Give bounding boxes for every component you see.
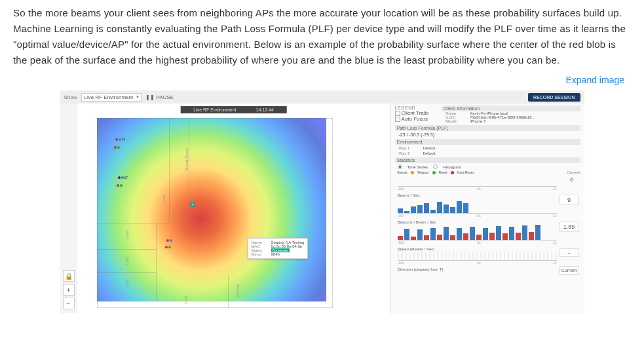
ap-marker[interactable]: [117, 182, 127, 189]
timeseries-radio[interactable]: [398, 165, 402, 169]
histogram-radio[interactable]: [433, 165, 438, 169]
ev-teleport: Teleport: [417, 170, 429, 174]
top-toolbar: Show Live RF Environment ❚❚ PAUSE RECORD…: [60, 90, 584, 104]
auto-focus-label: Auto Focus: [402, 116, 428, 122]
zoom-out-button[interactable]: −: [63, 298, 75, 309]
probability-heatmap: [97, 118, 326, 301]
speed-current: --: [559, 248, 579, 257]
auto-focus-checkbox[interactable]: [395, 117, 400, 122]
beams-current: 9: [559, 195, 579, 205]
histogram-label: Histogram: [443, 165, 461, 169]
environment-dropdown[interactable]: Live RF Environment: [81, 93, 142, 102]
beams-chart: Beams / Sec -10s-5s1s 9: [395, 193, 580, 218]
client-trails-label: Client Trails: [402, 110, 429, 116]
ev-hardreset: Hard Reset: [457, 170, 474, 174]
client-tooltip: NameStaging QA Testing MAC5c:0c:05:0e:04…: [248, 238, 309, 259]
right-panel: LEGEND Client Trails Auto Focus Client I…: [390, 104, 584, 313]
direction-current: Current: [559, 266, 579, 275]
direction-chart: Direction (degrees from T) Current: [395, 267, 580, 271]
beacons-current: 1.89: [559, 222, 579, 232]
client-info-header: Client Information: [442, 106, 580, 111]
pause-button[interactable]: ❚❚ PAUSE: [145, 94, 174, 100]
ap-marker[interactable]: [114, 144, 124, 151]
reset-icon: [432, 171, 436, 174]
beacons-chart: Beacons / Beam / Sec -10s-5s1s 1.89: [395, 220, 580, 244]
ap-marker[interactable]: [166, 237, 177, 244]
tt-minor-v: 9040: [271, 252, 280, 256]
way2-k: Way 2: [399, 151, 421, 155]
floor-map-area[interactable]: Live RF Environment 14:12:44 Board Room …: [77, 104, 390, 313]
lock-tool-button[interactable]: 🔒: [63, 270, 75, 282]
beacons-title: Beacons / Beam / Sec: [395, 220, 580, 224]
way1-v: Default: [423, 146, 436, 150]
tt-minor-k: Minor: [252, 252, 269, 256]
map-time: 14:12:44: [256, 107, 274, 112]
model-k: Model: [445, 119, 468, 123]
teleport-icon: [411, 171, 414, 174]
beams-title: Beams / Sec: [395, 193, 580, 197]
events-label: Events: [398, 170, 407, 174]
record-session-button[interactable]: RECORD SESSION: [528, 93, 580, 102]
direction-title: Direction (degrees from T): [395, 267, 580, 271]
plf-header: Path Loss Formula (PLF): [395, 125, 580, 131]
ev-reset: Reset: [439, 170, 447, 174]
way1-k: Way 1: [399, 146, 421, 150]
plf-value: -23 / -56.3 (-79.3): [395, 132, 580, 137]
speed-chart: Speed (Meters / Sec) -10s-5s1s --: [395, 247, 580, 265]
expand-image-link[interactable]: Expand image: [0, 68, 644, 90]
zoom-in-button[interactable]: +: [63, 284, 75, 296]
current-header: Current: [567, 170, 580, 174]
way2-v: Default: [423, 151, 436, 155]
ap-marker[interactable]: 74: [115, 136, 126, 143]
left-toolbar: 🔒 + −: [60, 104, 77, 313]
environment-header: Environment: [395, 139, 580, 145]
legend-title: LEGEND: [395, 106, 429, 110]
map-title: Live RF Environment: [193, 107, 236, 112]
ap-marker[interactable]: [165, 244, 176, 250]
hardreset-icon: [451, 171, 454, 174]
intro-paragraph: So the more beams your client sees from …: [0, 0, 644, 68]
events-ticks: -10s-5s1s ⚙: [395, 177, 580, 191]
show-label: Show: [64, 94, 77, 100]
speed-title: Speed (Meters / Sec): [395, 247, 580, 251]
model-v: iPhone 7: [470, 119, 485, 123]
ap-marker[interactable]: 67: [118, 174, 128, 181]
map-title-bar: Live RF Environment 14:12:44: [180, 106, 287, 113]
settings-gear-icon[interactable]: ⚙: [569, 177, 574, 183]
workspace: 🔒 + − Live RF Environment 14:12:44: [60, 104, 584, 313]
statistics-header: Statistics: [395, 157, 580, 163]
timeseries-label: Time Series: [407, 165, 428, 169]
app-screenshot: Show Live RF Environment ❚❚ PAUSE RECORD…: [60, 90, 584, 313]
client-trails-checkbox[interactable]: [395, 111, 400, 116]
client-location-dot[interactable]: [190, 202, 195, 207]
